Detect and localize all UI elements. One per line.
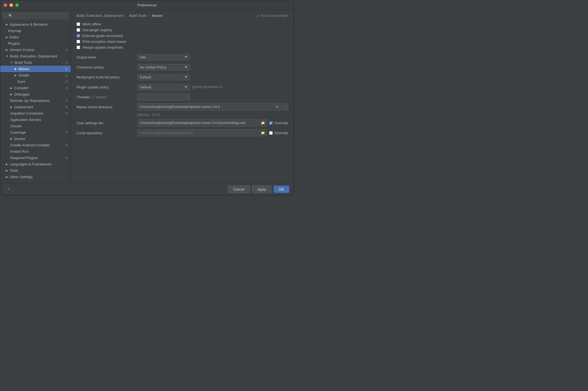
help-button[interactable]: ? [5, 186, 12, 193]
local-repo-label: Local repository: [77, 131, 137, 135]
search-input[interactable] [9, 14, 66, 18]
user-settings-row: User settings file: 📁 Override [77, 119, 288, 127]
close-button[interactable] [4, 3, 7, 7]
use-plugin-registry-checkbox[interactable] [77, 28, 80, 32]
chevron-right-icon: ▶ [10, 137, 12, 140]
sidebar-item-remote-jar[interactable]: Remote Jar Repositories ⧉ [0, 97, 71, 104]
local-repo-folder-button[interactable]: 📁 [259, 129, 267, 136]
sidebar-item-tools[interactable]: ▶ Tools [0, 167, 71, 174]
sidebar-item-gradle[interactable]: ▶ Gradle ⧉ [0, 72, 71, 78]
ok-button[interactable]: OK [274, 186, 289, 193]
plugin-update-policy-label: Plugin update policy: [77, 85, 137, 89]
checksum-policy-select[interactable]: No Global Policy Warn Fail [137, 64, 190, 70]
sidebar-item-label: Clouds [10, 124, 21, 128]
always-update-checkbox[interactable] [77, 46, 80, 49]
local-repo-input[interactable] [137, 129, 258, 136]
copy-icon: ⧉ [65, 156, 69, 160]
print-exception-checkbox[interactable] [77, 40, 80, 43]
checksum-policy-label: Checksum policy: [77, 65, 137, 69]
checksum-policy-row: Checksum policy: No Global Policy Warn F… [77, 63, 288, 71]
user-settings-label: User settings file: [77, 121, 137, 125]
maven-settings-body: Work offline Use plugin registry Execute… [71, 20, 294, 183]
user-settings-override-checkbox[interactable] [269, 121, 273, 125]
breadcrumb-current: Maven [152, 14, 163, 18]
sidebar-item-arquillian[interactable]: Arquillian Containers ⧉ [0, 110, 71, 117]
sidebar-item-debugger[interactable]: ▶ Debugger [0, 91, 71, 97]
title-bar: Preferences [0, 0, 294, 10]
sidebar-item-coverage[interactable]: Coverage ⧉ [0, 129, 71, 136]
multiproject-policy-select[interactable]: Default Fail At End Fail Fast Never Fail [137, 74, 190, 80]
maximize-button[interactable] [15, 3, 19, 7]
user-settings-input[interactable] [137, 119, 258, 126]
sidebar-item-appearance[interactable]: ▶ Appearance & Behavior [0, 21, 71, 28]
work-offline-label: Work offline [82, 22, 101, 26]
sidebar-item-compiler[interactable]: ▶ Compiler ⧉ [0, 85, 71, 91]
sidebar-item-label: Appearance & Behavior [10, 22, 48, 27]
cancel-button[interactable]: Cancel [228, 186, 250, 193]
search-box[interactable]: ⌕ [2, 12, 69, 19]
breadcrumb-sep2: › [149, 14, 150, 18]
sidebar-item-gradle-android[interactable]: Gradle-Android Compiler ⧉ [0, 142, 71, 148]
threads-input[interactable] [137, 93, 190, 101]
always-update-row: Always update snapshots [77, 45, 288, 49]
execute-goals-checkbox[interactable] [77, 34, 80, 38]
sidebar-item-build-exec[interactable]: ▼ Build, Execution, Deployment [0, 53, 71, 59]
local-repo-override-checkbox[interactable] [269, 131, 273, 135]
sidebar-item-clouds[interactable]: Clouds [0, 123, 71, 129]
sidebar-item-label: Editor [10, 35, 19, 39]
always-update-label: Always update snapshots [82, 45, 123, 49]
window-controls[interactable] [4, 3, 19, 7]
execute-goals-row: Execute goals recursively [77, 34, 288, 38]
sidebar-item-maven[interactable]: ▶ Maven ⧉ [0, 66, 71, 72]
use-plugin-registry-row: Use plugin registry [77, 28, 288, 32]
sidebar-item-deployment[interactable]: ▶ Deployment ⧉ [0, 104, 71, 110]
sidebar-item-label: Instant Run [10, 149, 29, 154]
copy-icon: ⧉ [65, 99, 69, 103]
sidebar-item-label: Remote Jar Repositories [10, 99, 50, 103]
plugin-update-policy-row: Plugin update policy: Default Always Nev… [77, 83, 288, 91]
sidebar-item-docker[interactable]: ▶ Docker [0, 136, 71, 142]
chevron-right-icon: ▶ [15, 67, 17, 70]
content-panel: Build, Execution, Deployment › Build Too… [71, 10, 294, 183]
footer: ? Cancel Apply OK [0, 183, 294, 195]
sidebar-item-label: Build Tools [15, 60, 32, 65]
maven-home-row: Maven home directory: ▼ ··· [77, 103, 288, 111]
sidebar-item-label: Debugger [14, 92, 30, 96]
sidebar-item-gant[interactable]: Gant ⧉ [0, 78, 71, 85]
work-offline-row: Work offline [77, 22, 288, 26]
maven-home-dropdown-button[interactable]: ▼ [274, 103, 280, 110]
minimize-button[interactable] [9, 3, 13, 7]
user-settings-override-label: Override [274, 121, 288, 125]
sidebar-item-label: Gradle [19, 73, 29, 77]
user-settings-folder-button[interactable]: 📁 [259, 119, 267, 126]
apply-button[interactable]: Apply [252, 186, 272, 193]
sidebar-item-version-control[interactable]: ▶ Version Control ⧉ [0, 47, 71, 53]
sidebar-item-build-tools[interactable]: ▼ Build Tools ⧉ [0, 59, 71, 66]
maven-home-label: Maven home directory: [77, 105, 137, 109]
sidebar-item-other-settings[interactable]: ▶ Other Settings [0, 174, 71, 180]
sidebar-item-required-plugins[interactable]: Required Plugins ⧉ [0, 155, 71, 161]
sidebar-item-label: Deployment [14, 105, 33, 109]
work-offline-checkbox[interactable] [77, 22, 80, 26]
chevron-down-icon: ▼ [10, 61, 13, 64]
sidebar-item-app-servers[interactable]: Application Servers [0, 117, 71, 123]
sidebar-item-label: Maven [19, 67, 29, 71]
output-level-select[interactable]: Quiet Info Debug [137, 54, 190, 60]
sidebar-item-instant-run[interactable]: Instant Run [0, 148, 71, 155]
threads-control [137, 93, 288, 101]
sidebar-item-keymap[interactable]: Keymap [0, 28, 71, 34]
copy-icon: ⧉ [65, 80, 69, 84]
threads-label: Threads (-T option): [77, 95, 137, 99]
sidebar-item-editor[interactable]: ▶ Editor [0, 34, 71, 40]
sidebar-item-label: Docker [14, 137, 25, 141]
sidebar-item-plugins[interactable]: Plugins [0, 40, 71, 47]
print-exception-row: Print exception stack traces [77, 39, 288, 44]
maven-home-browse-button[interactable]: ··· [282, 103, 288, 110]
maven-home-field-wrap: ▼ ··· [137, 103, 288, 110]
copy-icon: ⧉ [65, 131, 69, 134]
sidebar-item-languages[interactable]: ▶ Languages & Frameworks [0, 161, 71, 167]
maven-home-input[interactable] [137, 103, 272, 110]
local-repo-row: Local repository: 📁 Override [77, 129, 288, 137]
copy-icon: ⧉ [65, 86, 69, 90]
plugin-update-policy-select[interactable]: Default Always Never Interval [137, 84, 190, 90]
